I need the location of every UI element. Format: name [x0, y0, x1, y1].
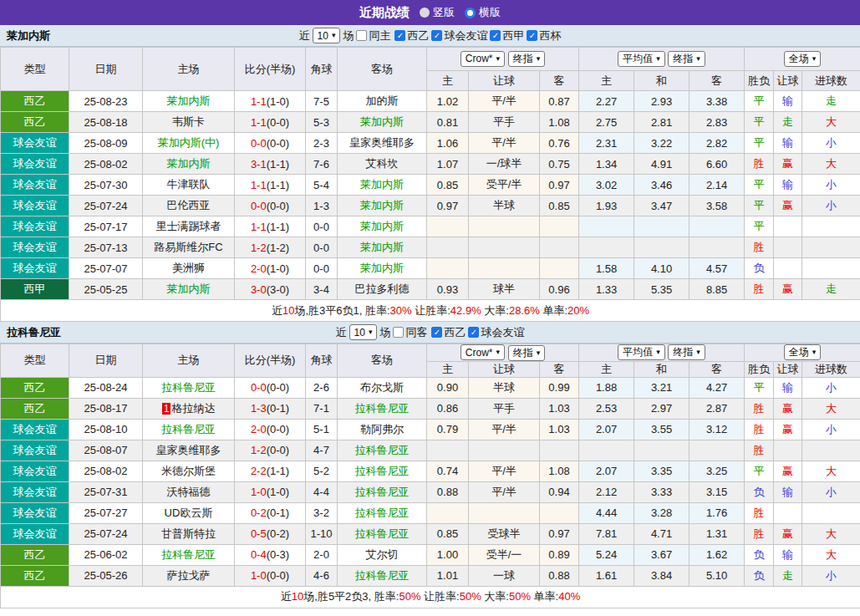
checkbox-unchecked-icon[interactable]	[393, 327, 404, 338]
checkbox-unchecked-icon[interactable]	[356, 30, 367, 41]
layout-option-horizontal[interactable]: 横版	[465, 5, 501, 20]
team-name: 莱加内斯	[7, 28, 50, 43]
avg-away-odds: 3.15	[690, 481, 745, 502]
average-stage-select[interactable]: 终指▾	[668, 51, 705, 67]
home-team-name: 路易斯维尔FC	[154, 241, 222, 253]
radio-selected-icon[interactable]	[465, 8, 476, 18]
same-venue-filter[interactable]: 同客	[393, 325, 427, 340]
summary-stat-value: 10	[292, 590, 303, 603]
match-date: 25-07-13	[69, 237, 143, 258]
crow-home-odds: 1.07	[427, 154, 469, 175]
section-header-bar: 莱加内斯 近 10▾ 场 同主 ✓西乙✓球会友谊✓西甲✓西杯	[0, 25, 860, 47]
league-filter[interactable]: ✓西乙	[431, 325, 466, 340]
fullmatch-select[interactable]: 全场▾	[784, 51, 822, 67]
away-team: 皇家奥维耶多	[338, 133, 427, 154]
away-team: 莱加内斯	[338, 112, 427, 133]
avg-home-odds: 2.12	[579, 481, 634, 502]
crow-handicap: 平手	[469, 112, 540, 133]
match-date: 25-08-09	[69, 133, 143, 154]
match-row: 球会友谊25-07-30牛津联队1-1(1-1)5-4莱加内斯0.85受平/半0…	[1, 175, 860, 196]
fullmatch-select[interactable]: 全场▾	[784, 344, 822, 360]
home-team: 莱加内斯	[143, 279, 235, 300]
matches-table: 类型 日期 主场 比分(半场) 角球 客场 Crow*▾ 终指▾ 平均值▾ 终指…	[0, 344, 860, 608]
checkbox-checked-icon[interactable]: ✓	[431, 30, 442, 41]
crow-home-odds: 0.85	[427, 523, 469, 544]
same-venue-filter[interactable]: 同主	[356, 28, 390, 43]
score: 2-0(0-0)	[235, 419, 306, 440]
checkbox-checked-icon[interactable]: ✓	[468, 327, 479, 338]
avg-draw-odds: 3.55	[634, 419, 690, 440]
summary-stat-value: 30%	[390, 304, 412, 317]
summary-stat-label: 场,胜5平2负3, 胜率:	[303, 590, 399, 603]
result-winloss: 平	[745, 112, 774, 133]
avg-draw-odds: 4.10	[634, 258, 690, 279]
checkbox-checked-icon[interactable]: ✓	[394, 30, 405, 41]
col-corner: 角球	[306, 48, 338, 91]
result-winloss: 胜	[745, 398, 774, 419]
col-home: 主场	[143, 48, 235, 91]
halftime-score: (0-0)	[267, 381, 289, 394]
odds-stage-select[interactable]: 终指▾	[508, 345, 546, 361]
fulltime-score: 1-2	[251, 444, 267, 456]
checkbox-checked-icon[interactable]: ✓	[490, 30, 501, 41]
result-goals: 小	[802, 565, 860, 586]
result-handicap: 赢	[774, 461, 802, 481]
league-filter[interactable]: ✓球会友谊	[468, 325, 524, 340]
away-team-name: 拉科鲁尼亚	[355, 402, 410, 415]
halftime-score: (0-0)	[267, 569, 289, 582]
checkbox-checked-icon[interactable]: ✓	[527, 30, 537, 41]
col-avg-home: 主	[579, 71, 634, 91]
col-crow-home: 主	[427, 71, 469, 91]
away-team-name: 拉科鲁尼亚	[355, 569, 410, 582]
summary-stat-value: 28.6%	[509, 304, 540, 317]
average-stage-select[interactable]: 终指▾	[668, 344, 705, 360]
same-venue-label: 同主	[369, 28, 390, 43]
fulltime-score: 1-1	[251, 116, 267, 129]
league-filter[interactable]: ✓西甲	[490, 28, 524, 43]
fulltime-score: 1-1	[251, 179, 267, 191]
crow-handicap: 平/半	[469, 461, 540, 481]
corner-score: 5-2	[306, 461, 338, 481]
average-select[interactable]: 平均值▾	[618, 51, 665, 67]
result-winloss: 胜	[745, 502, 774, 523]
col-type: 类型	[1, 344, 69, 378]
league-filter[interactable]: ✓西乙	[394, 28, 429, 43]
crow-away-odds: 1.08	[540, 112, 579, 133]
match-row: 球会友谊25-07-17里士满踢球者1-1(1-1)0-0莱加内斯平	[1, 216, 860, 237]
layout-option-vertical[interactable]: 竖版	[420, 5, 455, 20]
avg-draw-odds: 3.33	[634, 481, 690, 502]
checkbox-checked-icon[interactable]: ✓	[431, 327, 442, 338]
result-handicap	[774, 258, 802, 279]
result-handicap: 赢	[774, 398, 802, 419]
bookmaker-select[interactable]: Crow*▾	[461, 344, 505, 360]
away-team-name: 巴拉多利德	[355, 283, 410, 295]
crow-home-odds: 0.74	[427, 461, 469, 481]
recent-suffix-label: 场	[343, 28, 354, 43]
result-handicap	[774, 502, 802, 523]
result-goals: 大	[802, 154, 860, 175]
result-winloss: 胜	[745, 440, 774, 461]
col-score: 比分(半场)	[235, 48, 306, 91]
league-filter[interactable]: ✓西杯	[527, 28, 561, 43]
recent-count-select[interactable]: 10▾	[313, 28, 341, 43]
recent-count-select[interactable]: 10▾	[349, 324, 378, 340]
score: 1-1(1-0)	[235, 91, 306, 112]
fulltime-score: 3-0	[251, 283, 267, 296]
bookmaker-select[interactable]: Crow*▾	[461, 51, 505, 67]
average-value: 平均值	[623, 345, 653, 359]
average-select[interactable]: 平均值▾	[618, 344, 665, 360]
crow-away-odds	[540, 237, 579, 258]
radio-unselected-icon[interactable]	[420, 8, 430, 18]
summary-stat-label: 近	[272, 304, 282, 317]
page-title: 近期战绩	[359, 5, 410, 21]
home-team: 沃特福德	[143, 481, 235, 502]
filters-bar: 近 10▾ 场 同客 ✓西乙✓球会友谊	[336, 324, 525, 340]
avg-home-odds: 2.75	[579, 112, 634, 133]
recent-prefix-label: 近	[299, 28, 310, 43]
col-away: 客场	[338, 344, 427, 378]
score: 1-1(1-1)	[235, 216, 306, 237]
odds-stage-select[interactable]: 终指▾	[508, 51, 546, 67]
corner-score: 4-7	[306, 440, 338, 461]
result-handicap: 输	[774, 91, 802, 112]
league-filter[interactable]: ✓球会友谊	[431, 28, 487, 43]
